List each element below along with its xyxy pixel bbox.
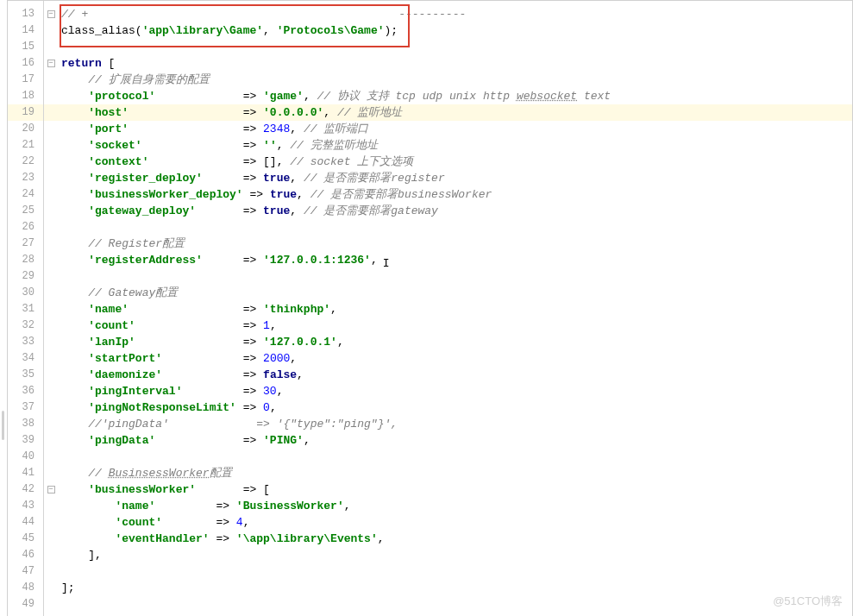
code-line[interactable]: 'host' => '0.0.0.0', // 监听地址	[58, 104, 852, 121]
code-token: class_alias	[61, 24, 135, 37]
code-token: 'BusinessWorker'	[236, 500, 344, 512]
code-line[interactable]	[58, 596, 852, 613]
code-line[interactable]: 'registerAddress' => '127.0.0.1:1236',I	[58, 252, 852, 268]
fold-collapse-icon[interactable]: −	[47, 10, 55, 18]
fold-cell	[44, 334, 58, 350]
code-editor[interactable]: 1314151617181920212223242526272829303132…	[7, 0, 853, 616]
code-token: 'register_deploy'	[88, 172, 203, 185]
code-line[interactable]	[58, 563, 852, 580]
code-area[interactable]: // +----------class_alias('app\library\G…	[58, 1, 852, 616]
code-line[interactable]: 'count' => 4,	[58, 514, 852, 531]
code-line[interactable]: class_alias('app\library\Game', 'Protoco…	[58, 22, 852, 39]
code-line[interactable]: ];	[58, 580, 852, 596]
code-token	[61, 483, 88, 496]
line-number: 18	[8, 88, 43, 104]
code-token: 0	[263, 401, 270, 414]
line-number: 39	[8, 432, 43, 449]
code-line[interactable]: 'lanIp' => '127.0.0.1',	[58, 334, 852, 350]
code-line[interactable]: // Register配置	[58, 236, 852, 252]
code-token: ,	[378, 532, 385, 545]
code-token: 30	[263, 385, 277, 398]
code-token: // 是否需要部署businessWorker	[310, 188, 492, 201]
code-line[interactable]	[58, 39, 852, 55]
line-number: 36	[8, 383, 43, 399]
code-token: ,	[297, 188, 310, 201]
code-token: // 监听地址	[337, 106, 402, 119]
code-line[interactable]: // +----------	[58, 6, 852, 22]
code-line[interactable]: 'count' => 1,	[58, 317, 852, 334]
line-number: 45	[8, 531, 43, 547]
code-token: //'pingData' => '{"type":"ping"}',	[88, 418, 398, 431]
code-token: true	[263, 204, 290, 217]
code-token	[61, 303, 88, 316]
code-token: =>	[129, 303, 263, 316]
code-line[interactable]: 'pingNotResponseLimit' => 0,	[58, 399, 852, 416]
code-token: 'game'	[263, 90, 304, 103]
code-token: ,	[371, 254, 378, 267]
code-line[interactable]: 'daemonize' => false,	[58, 367, 852, 383]
code-line[interactable]: 'protocol' => 'game', // 协议 支持 tcp udp u…	[58, 88, 852, 104]
fold-cell	[44, 580, 58, 596]
code-token: 'host'	[88, 106, 129, 119]
code-line[interactable]: 'port' => 2348, // 监听端口	[58, 121, 852, 137]
code-token: =>	[142, 139, 263, 152]
code-line[interactable]: 'startPort' => 2000,	[58, 350, 852, 367]
fold-cell	[44, 88, 58, 104]
fold-cell	[44, 465, 58, 481]
code-line[interactable]: 'context' => [], // socket 上下文选项	[58, 154, 852, 170]
code-token	[61, 155, 88, 168]
code-token: => [],	[148, 155, 290, 168]
code-line[interactable]: // BusinsessWorker配置	[58, 465, 852, 481]
code-token: =>	[155, 500, 236, 512]
code-token: [	[102, 57, 116, 70]
line-number: 41	[8, 465, 43, 481]
code-line[interactable]: 'eventHandler' => '\app\library\Events',	[58, 531, 852, 547]
code-line[interactable]: 'register_deploy' => true, // 是否需要部署regi…	[58, 170, 852, 186]
code-token: ,	[290, 204, 304, 217]
code-token	[61, 73, 88, 86]
fold-cell[interactable]: −	[44, 6, 58, 22]
code-token: '\app\library\Events'	[236, 532, 378, 545]
code-line[interactable]: 'pingData' => 'PING',	[58, 432, 852, 449]
code-line[interactable]: 'name' => 'thinkphp',	[58, 301, 852, 317]
code-line[interactable]: //'pingData' => '{"type":"ping"}',	[58, 416, 852, 432]
line-number: 28	[8, 252, 43, 268]
fold-collapse-icon[interactable]: −	[47, 486, 55, 493]
code-line[interactable]: 'name' => 'BusinessWorker',	[58, 498, 852, 514]
code-line[interactable]: 'gateway_deploy' => true, // 是否需要部署gatew…	[58, 203, 852, 219]
fold-cell	[44, 203, 58, 219]
code-token: '127.0.0.1:1236'	[263, 254, 371, 267]
line-number: 13	[8, 6, 43, 22]
code-token: =>	[162, 516, 236, 529]
code-line[interactable]: return [	[58, 55, 852, 72]
code-line[interactable]: 'pingInterval' => 30,	[58, 383, 852, 399]
code-token: 'businessWorker_deploy'	[88, 188, 242, 201]
code-token: 'pingNotResponseLimit'	[88, 401, 236, 414]
fold-cell	[44, 39, 58, 55]
code-line[interactable]: ],	[58, 547, 852, 563]
code-token	[61, 467, 88, 480]
line-number: 37	[8, 399, 43, 416]
code-line[interactable]: 'businessWorker' => [	[58, 481, 852, 498]
code-token: 2000	[263, 352, 290, 365]
line-number: 15	[8, 39, 43, 55]
code-line[interactable]: 'socket' => '', // 完整监听地址	[58, 137, 852, 154]
code-token: false	[263, 368, 297, 381]
fold-collapse-icon[interactable]: −	[47, 60, 55, 67]
code-line[interactable]: 'businessWorker_deploy' => true, // 是否需要…	[58, 186, 852, 203]
code-token: ,	[270, 401, 277, 414]
line-number: 32	[8, 317, 43, 334]
code-line[interactable]	[58, 268, 852, 285]
fold-cell	[44, 563, 58, 580]
code-token	[61, 90, 88, 103]
fold-cell	[44, 317, 58, 334]
scrollbar-thumb[interactable]	[2, 411, 4, 440]
code-line[interactable]	[58, 219, 852, 236]
code-token: // +	[61, 8, 88, 21]
fold-cell[interactable]: −	[44, 481, 58, 498]
code-line[interactable]: // 扩展自身需要的配置	[58, 72, 852, 88]
code-line[interactable]	[58, 449, 852, 465]
code-token: ,	[263, 24, 277, 37]
code-line[interactable]: // Gateway配置	[58, 285, 852, 301]
fold-cell[interactable]: −	[44, 55, 58, 72]
